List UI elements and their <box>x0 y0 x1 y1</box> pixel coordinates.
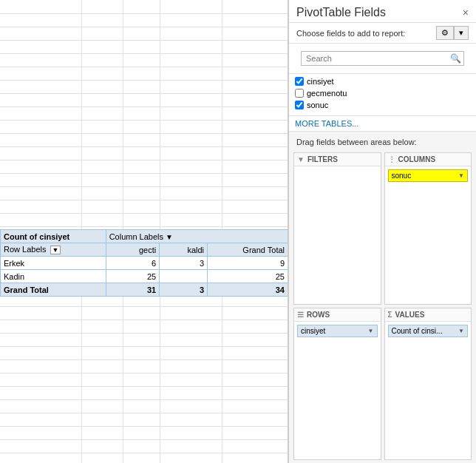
cell-34-1[interactable] <box>81 453 123 463</box>
cell-1-3[interactable] <box>160 13 222 27</box>
cell-9-3[interactable] <box>160 120 222 133</box>
cell-12-0[interactable] <box>0 160 81 173</box>
cell-14-2[interactable] <box>123 186 160 200</box>
cell-13-0[interactable] <box>0 173 81 186</box>
cell-16-2[interactable] <box>123 213 160 226</box>
cell-30-3[interactable] <box>160 399 222 413</box>
cell-30-1[interactable] <box>81 399 123 413</box>
cell-24-0[interactable] <box>0 320 81 333</box>
cell-3-3[interactable] <box>160 40 222 53</box>
cell-5-3[interactable] <box>160 67 222 80</box>
cell-26-1[interactable] <box>81 346 123 359</box>
cell-16-3[interactable] <box>160 213 222 226</box>
cell-14-4[interactable] <box>222 186 288 200</box>
cell-33-1[interactable] <box>81 439 123 453</box>
cell-9-1[interactable] <box>81 120 123 133</box>
cell-0-3[interactable] <box>160 0 222 13</box>
cell-1-2[interactable] <box>123 13 160 27</box>
cell-26-4[interactable] <box>222 346 288 359</box>
cell-3-2[interactable] <box>123 40 160 53</box>
cell-30-0[interactable] <box>0 399 81 413</box>
cell-8-1[interactable] <box>81 107 123 120</box>
cell-9-2[interactable] <box>123 120 160 133</box>
gear-button[interactable]: ⚙ <box>436 26 454 40</box>
more-tables-link[interactable]: MORE TABLES... <box>289 116 476 132</box>
cell-23-3[interactable] <box>160 306 222 320</box>
field-checkbox-sonuc[interactable] <box>295 101 304 109</box>
cell-5-4[interactable] <box>222 67 288 80</box>
field-checkbox-cinsiyet[interactable] <box>295 77 304 86</box>
cell-25-1[interactable] <box>81 333 123 346</box>
cell-13-4[interactable] <box>222 173 288 186</box>
cell-27-1[interactable] <box>81 359 123 373</box>
cell-12-1[interactable] <box>81 160 123 173</box>
cell-15-2[interactable] <box>123 200 160 213</box>
cell-29-0[interactable] <box>0 386 81 399</box>
cell-14-0[interactable] <box>0 186 81 200</box>
cell-29-3[interactable] <box>160 386 222 399</box>
cell-15-1[interactable] <box>81 200 123 213</box>
cell-4-3[interactable] <box>160 53 222 67</box>
cell-4-2[interactable] <box>123 53 160 67</box>
cell-29-2[interactable] <box>123 386 160 399</box>
cell-29-1[interactable] <box>81 386 123 399</box>
filters-content[interactable] <box>294 166 381 304</box>
cell-1-1[interactable] <box>81 13 123 27</box>
cell-10-4[interactable] <box>222 133 288 146</box>
cell-30-4[interactable] <box>222 399 288 413</box>
cell-8-2[interactable] <box>123 107 160 120</box>
cell-9-0[interactable] <box>0 120 81 133</box>
cell-34-4[interactable] <box>222 453 288 463</box>
cell-3-1[interactable] <box>81 40 123 53</box>
cell-25-4[interactable] <box>222 333 288 346</box>
cell-24-2[interactable] <box>123 320 160 333</box>
cell-32-4[interactable] <box>222 426 288 439</box>
cell-26-3[interactable] <box>160 346 222 359</box>
cell-15-0[interactable] <box>0 200 81 213</box>
cell-34-2[interactable] <box>123 453 160 463</box>
cell-13-1[interactable] <box>81 173 123 186</box>
cell-2-1[interactable] <box>81 27 123 40</box>
cell-16-4[interactable] <box>222 213 288 226</box>
cell-27-0[interactable] <box>0 359 81 373</box>
cell-33-4[interactable] <box>222 439 288 453</box>
cell-3-0[interactable] <box>0 40 81 53</box>
cell-2-2[interactable] <box>123 27 160 40</box>
rows-chip-cinsiyet[interactable]: cinsiyet ▼ <box>297 325 378 337</box>
cell-32-1[interactable] <box>81 426 123 439</box>
cell-14-1[interactable] <box>81 186 123 200</box>
cell-10-1[interactable] <box>81 133 123 146</box>
cell-13-2[interactable] <box>123 173 160 186</box>
cell-14-3[interactable] <box>160 186 222 200</box>
cell-25-0[interactable] <box>0 333 81 346</box>
cell-28-2[interactable] <box>123 373 160 386</box>
cell-23-1[interactable] <box>81 306 123 320</box>
cell-6-3[interactable] <box>160 80 222 93</box>
cell-28-0[interactable] <box>0 373 81 386</box>
cell-6-0[interactable] <box>0 80 81 93</box>
cell-25-2[interactable] <box>123 333 160 346</box>
cell-31-3[interactable] <box>160 413 222 426</box>
cell-3-4[interactable] <box>222 40 288 53</box>
cell-4-4[interactable] <box>222 53 288 67</box>
cell-33-0[interactable] <box>0 439 81 453</box>
cell-31-2[interactable] <box>123 413 160 426</box>
cell-4-0[interactable] <box>0 53 81 67</box>
cell-12-4[interactable] <box>222 160 288 173</box>
cell-24-4[interactable] <box>222 320 288 333</box>
cell-7-2[interactable] <box>123 93 160 107</box>
cell-12-2[interactable] <box>123 160 160 173</box>
cell-0-0[interactable] <box>0 0 81 13</box>
cell-24-1[interactable] <box>81 320 123 333</box>
cell-23-2[interactable] <box>123 306 160 320</box>
cell-11-4[interactable] <box>222 146 288 160</box>
cell-13-3[interactable] <box>160 173 222 186</box>
cell-29-4[interactable] <box>222 386 288 399</box>
cell-5-1[interactable] <box>81 67 123 80</box>
cell-33-2[interactable] <box>123 439 160 453</box>
cell-0-4[interactable] <box>222 0 288 13</box>
cell-23-4[interactable] <box>222 306 288 320</box>
cell-8-3[interactable] <box>160 107 222 120</box>
cell-28-3[interactable] <box>160 373 222 386</box>
cell-32-3[interactable] <box>160 426 222 439</box>
